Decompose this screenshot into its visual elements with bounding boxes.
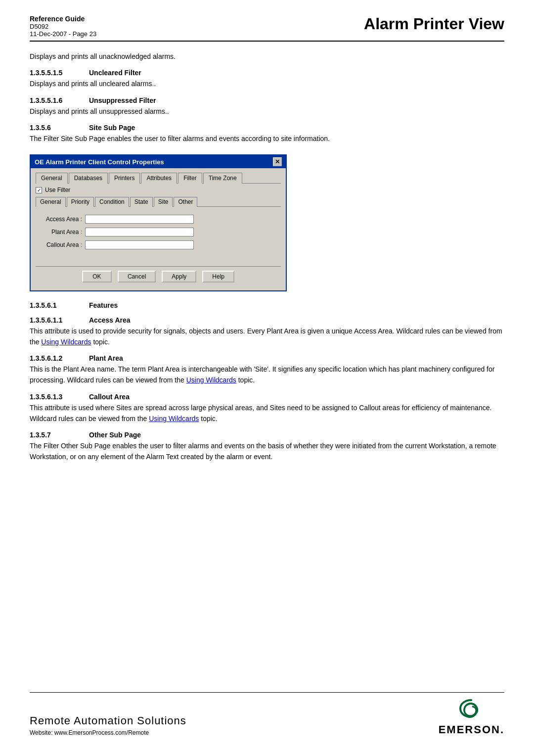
brand-name: Remote Automation Solutions bbox=[30, 714, 186, 727]
section-title-1: Uncleared Filter bbox=[89, 69, 141, 77]
section-num-plant: 1.3.5.6.1.2 bbox=[30, 354, 79, 362]
inner-tab-site[interactable]: Site bbox=[154, 197, 173, 207]
section-1-3-5-5-1-5-header: 1.3.5.5.1.5 Uncleared Filter bbox=[30, 69, 504, 77]
link-using-wildcards-2[interactable]: Using Wildcards bbox=[186, 376, 236, 384]
section-body-access: This attribute is used to provide securi… bbox=[30, 326, 504, 347]
section-1-3-5-6-header: 1.3.5.6 Site Sub Page bbox=[30, 124, 504, 132]
section-num-3: 1.3.5.6 bbox=[30, 124, 79, 132]
link-using-wildcards-1[interactable]: Using Wildcards bbox=[41, 338, 91, 346]
page-title: Alarm Printer View bbox=[364, 15, 504, 33]
section-body-other: The Filter Other Sub Page enables the us… bbox=[30, 441, 504, 462]
use-filter-row: ✓ Use Filter bbox=[36, 187, 281, 193]
dialog-titlebar: OE Alarm Printer Client Control Properti… bbox=[31, 155, 286, 168]
footer-content: Remote Automation Solutions Website: www… bbox=[30, 698, 504, 736]
section-title-2: Unsuppressed Filter bbox=[89, 96, 156, 104]
section-title-other: Other Sub Page bbox=[89, 431, 141, 439]
website-url: Website: www.EmersonProcess.com/Remote bbox=[30, 729, 186, 736]
tab-timezone[interactable]: Time Zone bbox=[203, 173, 242, 184]
inner-tab-condition[interactable]: Condition bbox=[95, 197, 129, 207]
section-other-subpage-header: 1.3.5.7 Other Sub Page bbox=[30, 431, 504, 439]
ref-guide-label: Reference Guide bbox=[30, 15, 96, 23]
page-footer: Remote Automation Solutions Website: www… bbox=[30, 692, 504, 736]
emerson-logo: EMERSON. bbox=[439, 698, 504, 736]
inner-tab-general[interactable]: General bbox=[36, 197, 66, 207]
tab-general[interactable]: General bbox=[36, 173, 68, 184]
plant-area-label: Plant Area : bbox=[38, 229, 82, 236]
dialog-footer: OK Cancel Apply Help bbox=[36, 266, 281, 285]
callout-area-input[interactable] bbox=[85, 240, 194, 249]
cancel-button[interactable]: Cancel bbox=[118, 271, 156, 283]
page-header: Reference Guide D5092 11-Dec-2007 - Page… bbox=[30, 15, 504, 42]
section-title-3: Site Sub Page bbox=[89, 124, 135, 132]
section-title-access: Access Area bbox=[89, 316, 131, 324]
footer-divider bbox=[30, 692, 504, 693]
page-container: Reference Guide D5092 11-Dec-2007 - Page… bbox=[0, 0, 534, 756]
dialog-close-button[interactable]: ✕ bbox=[273, 157, 282, 166]
outer-tab-bar: General Databases Printers Attributes Fi… bbox=[36, 172, 281, 184]
section-body-1: Displays and prints all uncleared alarms… bbox=[30, 79, 504, 90]
inner-tab-other[interactable]: Other bbox=[174, 197, 197, 207]
date-page: 11-Dec-2007 - Page 23 bbox=[30, 30, 96, 38]
inner-tab-priority[interactable]: Priority bbox=[67, 197, 94, 207]
footer-left: Remote Automation Solutions Website: www… bbox=[30, 714, 186, 736]
dialog-title: OE Alarm Printer Client Control Properti… bbox=[35, 158, 164, 166]
link-using-wildcards-3[interactable]: Using Wildcards bbox=[149, 415, 199, 423]
section-title-plant: Plant Area bbox=[89, 354, 123, 362]
site-content-panel: Access Area : Plant Area : Callout Area … bbox=[36, 212, 281, 261]
callout-area-row: Callout Area : bbox=[38, 240, 279, 249]
section-title-callout: Callout Area bbox=[89, 393, 130, 401]
section-num-1: 1.3.5.5.1.5 bbox=[30, 69, 79, 77]
tab-filter[interactable]: Filter bbox=[178, 173, 202, 184]
tab-printers[interactable]: Printers bbox=[109, 173, 140, 184]
inner-tab-bar: General Priority Condition State Site Ot… bbox=[36, 196, 281, 207]
doc-number: D5092 bbox=[30, 23, 96, 30]
section-title-features: Features bbox=[89, 301, 118, 309]
section-num-2: 1.3.5.5.1.6 bbox=[30, 96, 79, 104]
inner-tab-state[interactable]: State bbox=[130, 197, 153, 207]
header-left: Reference Guide D5092 11-Dec-2007 - Page… bbox=[30, 15, 96, 38]
ok-button[interactable]: OK bbox=[82, 271, 112, 283]
section-num-access: 1.3.5.6.1.1 bbox=[30, 316, 79, 324]
section-num-callout: 1.3.5.6.1.3 bbox=[30, 393, 79, 401]
callout-area-label: Callout Area : bbox=[38, 241, 82, 248]
section-body-plant: This is the Plant Area name. The term Pl… bbox=[30, 364, 504, 385]
use-filter-label: Use Filter bbox=[45, 187, 70, 193]
dialog-wrapper: OE Alarm Printer Client Control Properti… bbox=[30, 154, 504, 291]
help-button[interactable]: Help bbox=[202, 271, 234, 283]
tab-attributes[interactable]: Attributes bbox=[141, 173, 177, 184]
section-body-3: The Filter Site Sub Page enables the use… bbox=[30, 134, 504, 144]
dialog-box: OE Alarm Printer Client Control Properti… bbox=[30, 154, 287, 291]
section-callout-area-header: 1.3.5.6.1.3 Callout Area bbox=[30, 393, 504, 401]
section-num-other: 1.3.5.7 bbox=[30, 431, 79, 439]
dialog-body: General Databases Printers Attributes Fi… bbox=[31, 168, 286, 290]
section-body-2: Displays and prints all unsuppressed ala… bbox=[30, 106, 504, 117]
apply-button[interactable]: Apply bbox=[162, 271, 196, 283]
section-access-area-header: 1.3.5.6.1.1 Access Area bbox=[30, 316, 504, 324]
section-features-header: 1.3.5.6.1 Features bbox=[30, 301, 504, 309]
use-filter-checkbox[interactable]: ✓ bbox=[36, 187, 42, 193]
intro-para: Displays and prints all unacknowledged a… bbox=[30, 51, 504, 62]
access-area-input[interactable] bbox=[85, 215, 194, 224]
access-area-row: Access Area : bbox=[38, 215, 279, 224]
access-area-label: Access Area : bbox=[38, 216, 82, 223]
tab-databases[interactable]: Databases bbox=[69, 173, 108, 184]
section-plant-area-header: 1.3.5.6.1.2 Plant Area bbox=[30, 354, 504, 362]
section-num-features: 1.3.5.6.1 bbox=[30, 301, 79, 309]
emerson-label: EMERSON. bbox=[439, 723, 504, 736]
section-body-callout: This attribute is used where Sites are s… bbox=[30, 403, 504, 424]
plant-area-input[interactable] bbox=[85, 228, 194, 236]
plant-area-row: Plant Area : bbox=[38, 228, 279, 236]
section-1-3-5-5-1-6-header: 1.3.5.5.1.6 Unsuppressed Filter bbox=[30, 96, 504, 104]
emerson-swirl-icon bbox=[456, 698, 486, 722]
